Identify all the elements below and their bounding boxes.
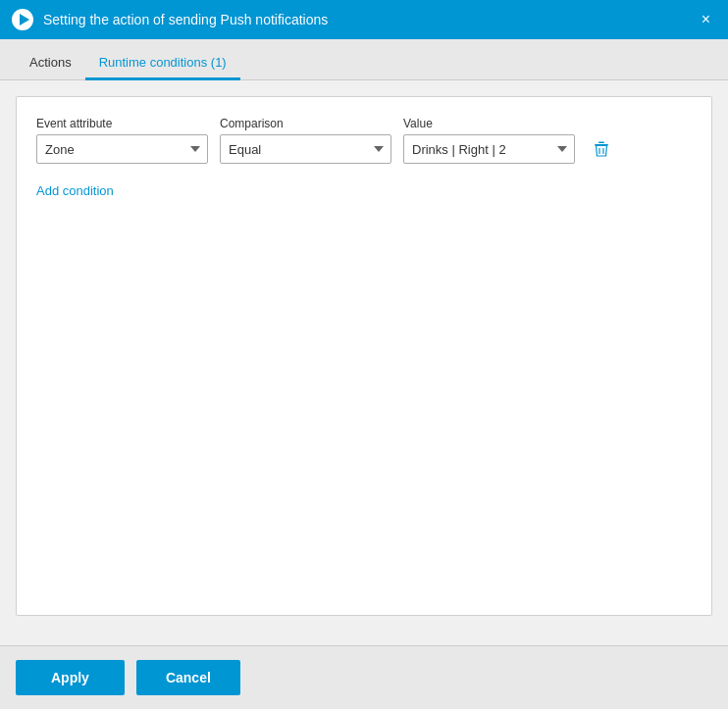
tab-runtime-conditions[interactable]: Runtime conditions (1) <box>85 47 240 80</box>
close-button[interactable]: × <box>696 8 716 31</box>
tab-actions[interactable]: Actions <box>16 47 85 80</box>
event-attribute-group: Event attribute Zone <box>36 117 208 164</box>
cancel-button[interactable]: Cancel <box>136 660 240 695</box>
event-attribute-label: Event attribute <box>36 117 208 130</box>
content-panel: Event attribute Zone Comparison Equal Va… <box>16 96 712 616</box>
value-group: Value Drinks | Right | 2 <box>403 117 575 164</box>
value-label: Value <box>403 117 575 130</box>
event-attribute-select[interactable]: Zone <box>36 134 208 164</box>
comparison-select[interactable]: Equal <box>220 134 391 164</box>
dialog-body: Event attribute Zone Comparison Equal Va… <box>0 80 728 645</box>
dialog-titlebar: Setting the action of sending Push notif… <box>0 0 728 39</box>
comparison-label: Comparison <box>220 117 391 130</box>
value-select[interactable]: Drinks | Right | 2 <box>403 134 575 164</box>
svg-rect-3 <box>598 142 604 144</box>
add-condition-link[interactable]: Add condition <box>36 183 114 198</box>
tab-bar: Actions Runtime conditions (1) <box>0 39 728 80</box>
apply-button[interactable]: Apply <box>16 660 125 695</box>
app-logo-icon <box>12 9 33 30</box>
dialog-container: Setting the action of sending Push notif… <box>0 0 728 709</box>
delete-condition-button[interactable] <box>587 134 616 164</box>
condition-row: Event attribute Zone Comparison Equal Va… <box>36 117 692 164</box>
dialog-footer: Apply Cancel <box>0 645 728 709</box>
comparison-group: Comparison Equal <box>220 117 391 164</box>
dialog-title: Setting the action of sending Push notif… <box>43 12 696 27</box>
